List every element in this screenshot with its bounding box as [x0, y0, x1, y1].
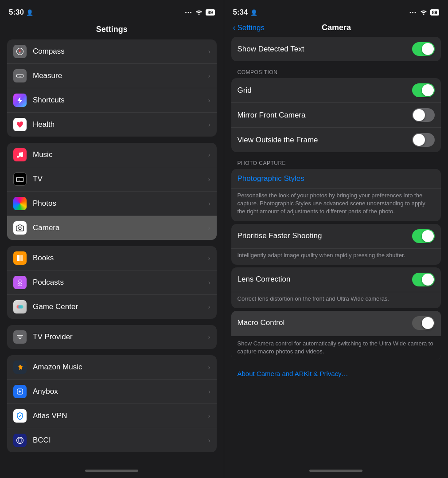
chevron-icon: ›	[208, 200, 210, 207]
svg-rect-14	[20, 255, 23, 261]
grid-toggle[interactable]	[412, 83, 435, 97]
right-nav: ‹ Settings Camera	[224, 21, 448, 37]
prioritise-label: Prioritise Faster Shooting	[238, 231, 413, 240]
right-status-bar: 5:34 👤 ••• 89	[224, 0, 448, 21]
chevron-icon: ›	[208, 388, 210, 395]
settings-list: Compass › Measure › Shortcuts ›	[0, 39, 224, 463]
lens-correction-desc: Correct lens distortion on the front and…	[231, 292, 441, 308]
right-battery-indicator: 89	[430, 9, 439, 16]
sidebar-item-music[interactable]: Music ›	[7, 143, 217, 167]
chevron-icon: ›	[208, 72, 210, 79]
mirror-front-toggle[interactable]	[412, 108, 435, 122]
photographic-styles-desc: Personalise the look of your photos by b…	[231, 189, 441, 221]
left-status-bar: 5:30 👤 ••• 89	[0, 0, 224, 21]
lens-correction-row: Lens Correction	[231, 267, 441, 292]
settings-group-1: Compass › Measure › Shortcuts ›	[7, 39, 217, 137]
photographic-styles-link[interactable]: Photographic Styles	[238, 174, 304, 183]
mirror-front-row: Mirror Front Camera	[231, 103, 441, 128]
sidebar-item-health[interactable]: Health ›	[7, 113, 217, 137]
sidebar-item-tvprovider[interactable]: TV Provider ›	[7, 325, 217, 349]
tv-label: TV	[33, 175, 208, 184]
home-indicator-right	[224, 463, 448, 478]
show-detected-text-row: Show Detected Text	[231, 37, 441, 61]
macro-control-row: Macro Control	[231, 311, 441, 336]
lens-correction-group: Lens Correction Correct lens distortion …	[231, 267, 441, 308]
macro-control-group: Macro Control Show Camera control for au…	[231, 311, 441, 360]
podcasts-label: Podcasts	[33, 278, 208, 287]
sidebar-item-shortcuts[interactable]: Shortcuts ›	[7, 88, 217, 113]
sidebar-item-compass[interactable]: Compass ›	[7, 39, 217, 64]
sidebar-item-atlasvpn[interactable]: Atlas VPN ›	[7, 404, 217, 428]
bcci-icon	[13, 434, 27, 447]
about-camera-link[interactable]: About Camera and ARKit & Privacy…	[231, 363, 441, 379]
sidebar-item-measure[interactable]: Measure ›	[7, 64, 217, 88]
prioritise-desc: Intelligently adapt image quality when r…	[231, 249, 441, 265]
view-outside-toggle[interactable]	[412, 133, 435, 147]
toggle-knob	[422, 84, 434, 96]
chevron-icon: ›	[208, 255, 210, 262]
back-button[interactable]: ‹ Settings	[233, 23, 265, 32]
toggle-knob	[413, 134, 425, 146]
prioritise-group: Prioritise Faster Shooting Intelligently…	[231, 224, 441, 265]
sidebar-item-gamecenter[interactable]: Game Center ›	[7, 295, 217, 319]
sidebar-item-anybox[interactable]: Anybox ›	[7, 380, 217, 404]
photos-label: Photos	[33, 199, 208, 208]
anybox-icon	[13, 385, 27, 398]
view-outside-label: View Outside the Frame	[238, 136, 413, 145]
prioritise-row: Prioritise Faster Shooting	[231, 224, 441, 249]
svg-point-26	[17, 437, 23, 444]
show-detected-text-toggle[interactable]	[412, 42, 435, 56]
lens-correction-toggle[interactable]	[412, 273, 435, 286]
sidebar-item-amazonmusic[interactable]: Amazon Music ›	[7, 355, 217, 380]
home-bar	[85, 470, 138, 472]
settings-group-3: Books › Podcasts › Game Center ›	[7, 246, 217, 319]
measure-icon	[13, 69, 27, 82]
chevron-icon: ›	[208, 224, 210, 231]
svg-point-15	[19, 280, 21, 282]
left-time: 5:30 👤	[9, 8, 33, 17]
settings-group-2: Music › tv TV › Photos ›	[7, 143, 217, 240]
sidebar-item-books[interactable]: Books ›	[7, 246, 217, 270]
prioritise-toggle[interactable]	[412, 229, 435, 243]
health-icon	[13, 118, 27, 131]
svg-point-19	[18, 305, 22, 309]
sidebar-item-tv[interactable]: tv TV ›	[7, 167, 217, 192]
person-icon: 👤	[26, 9, 33, 16]
svg-point-12	[19, 227, 21, 230]
toggle-knob	[422, 43, 434, 55]
right-time-text: 5:34	[233, 8, 248, 17]
books-icon	[13, 251, 27, 265]
right-time: 5:34 👤	[233, 8, 257, 17]
photographic-styles-row[interactable]: Photographic Styles	[231, 169, 441, 189]
sidebar-item-camera[interactable]: Camera ›	[7, 216, 217, 240]
sidebar-item-bcci[interactable]: BCCI ›	[7, 428, 217, 452]
battery-indicator: 89	[206, 9, 214, 16]
home-indicator-left	[0, 463, 224, 478]
atlasvpn-label: Atlas VPN	[33, 411, 208, 420]
svg-point-8	[17, 156, 19, 158]
compass-icon	[13, 45, 27, 58]
macro-control-toggle[interactable]	[412, 316, 435, 330]
show-detected-text-group: Show Detected Text	[231, 37, 441, 61]
macro-control-desc: Show Camera control for automatically sw…	[231, 336, 441, 360]
chevron-icon: ›	[208, 333, 210, 341]
svg-rect-3	[17, 74, 23, 77]
back-chevron-icon: ‹	[233, 23, 236, 32]
view-outside-row: View Outside the Frame	[231, 128, 441, 152]
shortcuts-label: Shortcuts	[33, 96, 208, 105]
grid-label: Grid	[238, 86, 413, 95]
back-label: Settings	[238, 24, 265, 32]
right-status-right: ••• 89	[409, 9, 439, 16]
sidebar-item-photos[interactable]: Photos ›	[7, 192, 217, 216]
anybox-label: Anybox	[33, 387, 208, 396]
music-icon	[13, 148, 27, 161]
svg-text:tv: tv	[18, 179, 20, 181]
right-person-icon: 👤	[250, 9, 257, 16]
music-label: Music	[33, 150, 208, 159]
camera-label: Camera	[33, 223, 208, 232]
sidebar-item-podcasts[interactable]: Podcasts ›	[7, 270, 217, 295]
gamecenter-label: Game Center	[33, 302, 208, 311]
left-status-right: ••• 89	[185, 9, 215, 16]
camera-page-title: Camera	[265, 23, 408, 32]
toggle-knob	[413, 109, 425, 121]
